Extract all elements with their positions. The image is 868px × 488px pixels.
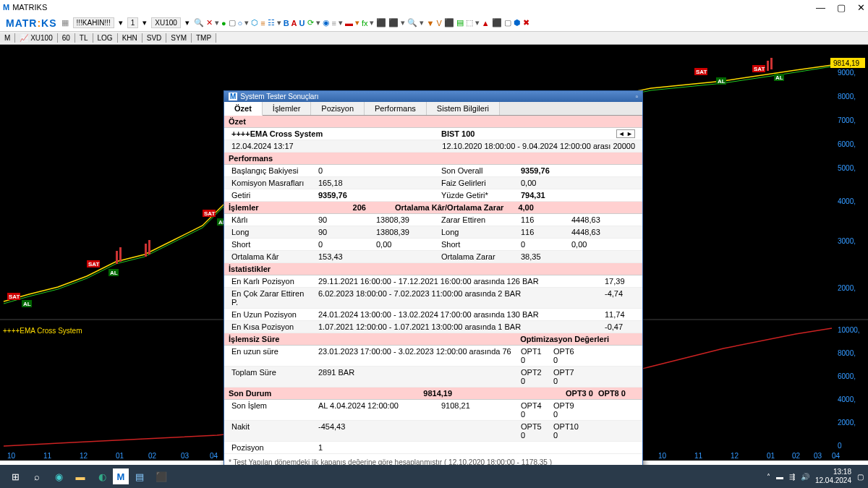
u-button[interactable]: U [299,19,305,27]
sub-toolbar: M 📈 XU100 60 TL LOG KHN SVD SYM TMP [0,32,868,45]
tool-icon[interactable]: ⬚ [466,18,473,27]
tab-pozisyon[interactable]: Pozisyon [311,102,365,115]
svg-text:03: 03 [181,452,190,460]
sub-tab[interactable]: KHN [118,33,142,43]
sub-tab[interactable]: TL [75,33,93,43]
edge-icon[interactable]: ◉ [48,466,69,487]
sub-tab[interactable]: 📈 XU100 [15,33,57,43]
app-icon[interactable]: ▤ [129,466,150,487]
grid-icon[interactable]: ▦ [61,18,69,27]
tool-icon[interactable]: ☷ [268,18,275,27]
dropdown-icon[interactable]: ▾ [119,18,123,27]
svg-rect-25 [770,58,773,69]
tray-chevron-icon[interactable]: ˄ [767,473,770,481]
svg-text:2000,: 2000, [838,284,856,292]
tool-icon[interactable]: ▾ [420,18,424,27]
dialog-title-bar[interactable]: M System Tester Sonuçları ▫ [224,91,642,102]
tool-icon[interactable]: ⬢ [514,18,521,27]
tool-icon[interactable]: ✕ [206,18,213,27]
tool-icon[interactable]: ▼ [426,19,434,27]
tool-icon[interactable]: ▾ [244,18,249,27]
tool-icon[interactable]: ⟳ [307,18,314,27]
nav-arrows[interactable]: ◄ ► [616,129,635,138]
tool-icon[interactable]: ● [221,19,226,27]
close-icon[interactable]: ✕ [857,2,865,13]
tool-icon[interactable]: 🔍 [407,18,417,27]
tool-icon[interactable]: ▾ [475,18,480,27]
tool-icon[interactable]: ⬛ [376,18,386,27]
one-button[interactable]: 1 [127,17,139,28]
tool-icon[interactable]: ▾ [370,18,374,27]
svg-text:10000,: 10000, [838,326,860,334]
tool-icon[interactable]: ▾ [355,18,359,27]
svg-text:AL: AL [775,74,783,81]
section-sondurum: Son Durum9814,19OPT3 0OPT8 0 [224,388,642,400]
tool-icon[interactable]: ✖ [523,18,529,27]
tool-icon[interactable]: ≡ [332,19,336,27]
tool-icon[interactable]: ▾ [277,18,281,27]
sub-tab[interactable]: LOG [93,33,118,43]
tool-icon[interactable]: fx [362,19,368,27]
search-icon[interactable]: ⌕ [26,466,48,487]
sub-tab[interactable]: 60 [58,33,75,43]
dialog-close-icon[interactable]: ▫ [635,93,638,100]
svg-text:7000,: 7000, [838,116,856,124]
svg-text:12: 12 [731,452,739,460]
tab-ozet[interactable]: Özet [224,102,263,116]
tool-icon[interactable]: ▤ [456,18,464,27]
tool-icon[interactable]: V [436,19,441,27]
system-name: ++++EMA Cross System [229,129,438,139]
tool-icon[interactable]: ▲ [482,19,490,27]
tool-icon[interactable]: ◉ [323,18,330,27]
sub-tab[interactable]: TMP [192,33,216,43]
dialog-tabs: Özet İşlemler Pozisyon Performans Sistem… [224,102,642,116]
battery-icon[interactable]: ▬ [776,473,783,481]
symbol-dropdown[interactable]: XU100 [151,17,181,28]
tab-islemler[interactable]: İşlemler [263,102,312,115]
svg-text:SAT: SAT [9,294,20,300]
tool-icon[interactable]: ▢ [229,18,236,27]
maximize-icon[interactable]: ▢ [837,2,846,13]
system-name-label: ++++EMA Cross System [3,327,82,335]
tool-icon[interactable]: ○ [238,19,243,27]
svg-rect-20 [116,251,118,264]
svg-text:04: 04 [210,452,218,460]
tool-icon[interactable]: ▾ [215,18,219,27]
tool-icon[interactable]: ⬛ [388,18,399,27]
tab-sistem[interactable]: Sistem Bilgileri [427,102,500,115]
matriks-icon[interactable]: M [113,468,129,484]
tool-icon[interactable]: ▾ [339,18,343,27]
notification-icon[interactable]: ▢ [857,473,864,481]
tab-performans[interactable]: Performans [365,102,427,115]
wifi-icon[interactable]: ⇶ [789,473,795,481]
minimize-icon[interactable]: — [816,2,825,13]
sub-tab[interactable]: M [0,33,15,43]
tool-icon[interactable]: ⬛ [492,18,502,27]
tool-icon[interactable]: ▬ [345,19,353,27]
app-icon[interactable]: ◐ [91,466,113,487]
svg-text:10: 10 [7,452,16,460]
system-tester-dialog: M System Tester Sonuçları ▫ Özet İşlemle… [224,90,643,488]
tool-icon[interactable]: ⬛ [444,18,454,27]
search-icon[interactable]: 🔍 [194,18,204,27]
section-islemler: İşlemler206Ortalama Kâr/Ortalama Zarar4,… [224,202,642,214]
svg-rect-21 [119,247,122,262]
svg-text:5000,: 5000, [838,164,856,172]
b-button[interactable]: B [284,19,289,27]
dropdown-icon[interactable]: ▾ [142,18,147,27]
kahin-dropdown[interactable]: !!!KAHIN!!! [73,17,114,28]
volume-icon[interactable]: 🔊 [801,473,809,481]
start-icon[interactable]: ⊞ [4,466,26,487]
a-button[interactable]: A [292,19,297,27]
explorer-icon[interactable]: ▬ [69,466,91,487]
taskbar-clock[interactable]: 13:18 12.04.2024 [815,468,851,485]
acrobat-icon[interactable]: ⬛ [150,466,172,487]
tool-icon[interactable]: ▢ [504,18,511,27]
tool-icon[interactable]: ▾ [316,18,320,27]
tool-icon[interactable]: ≡ [260,19,265,27]
dropdown-icon[interactable]: ▾ [185,18,190,27]
sub-tab[interactable]: SVD [142,33,167,43]
sub-tab[interactable]: SYM [166,33,192,43]
tool-icon[interactable]: ▾ [401,18,405,27]
tool-icon[interactable]: ⬡ [251,18,258,27]
